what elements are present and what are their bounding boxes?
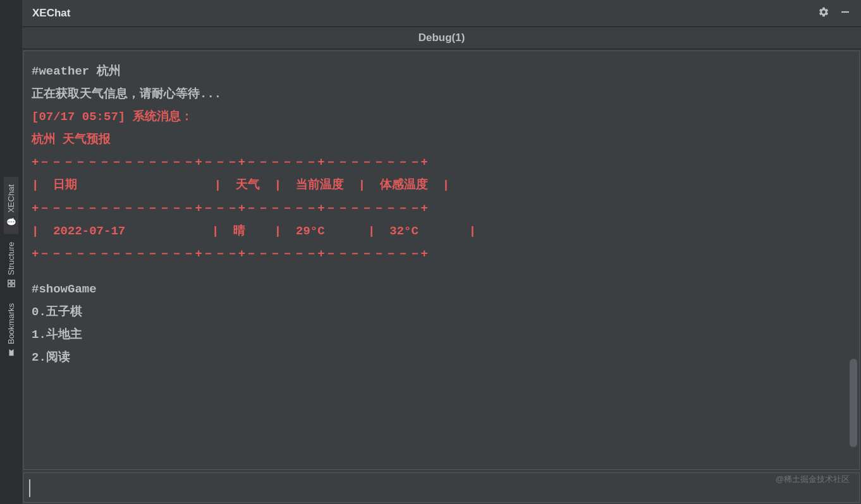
console-output[interactable]: #weather 杭州 正在获取天气信息，请耐心等待... [07/17 05:…: [23, 51, 860, 470]
titlebar-actions: [818, 6, 851, 20]
weather-table-border: +－－－－－－－－－－－－－+－－－+－－－－－－+－－－－－－－－+: [32, 197, 852, 220]
weather-table-header: | 日期 | 天气 | 当前温度 | 体感温度 |: [32, 174, 852, 196]
content-area: #weather 杭州 正在获取天气信息，请耐心等待... [07/17 05:…: [22, 49, 861, 504]
console-system-message: [07/17 05:57] 系统消息：: [32, 105, 852, 128]
svg-rect-3: [8, 280, 11, 282]
console-line: 2.阅读: [32, 346, 852, 369]
sidebar-tab-xechat[interactable]: 💬 XEChat: [4, 177, 18, 234]
weather-table-border: +－－－－－－－－－－－－－+－－－+－－－－－－+－－－－－－－－+: [32, 151, 852, 174]
sidebar-tab-label: Structure: [6, 242, 16, 275]
sidebar-tab-label: Bookmarks: [6, 303, 16, 344]
svg-rect-1: [8, 284, 11, 286]
structure-icon: [6, 279, 16, 288]
window-title: XEChat: [32, 7, 70, 20]
sidebar-tab-structure[interactable]: Structure: [4, 234, 18, 296]
console-line: 正在获取天气信息，请耐心等待...: [32, 83, 852, 105]
svg-rect-0: [12, 284, 15, 286]
console-input-wrap: [23, 472, 860, 503]
svg-rect-2: [12, 280, 15, 282]
sidebar-tab-bookmarks[interactable]: Bookmarks: [4, 296, 18, 364]
console-line: #showGame: [32, 278, 852, 301]
weather-table-row: | 2022-07-17 | 晴 | 29°C | 32°C |: [32, 220, 852, 243]
titlebar: XEChat: [22, 0, 861, 27]
bookmark-icon: [6, 348, 16, 357]
tab-label: Debug(1): [418, 32, 465, 44]
console-input[interactable]: [24, 473, 859, 502]
gear-icon[interactable]: [818, 6, 829, 20]
tab-debug[interactable]: Debug(1): [22, 27, 861, 49]
minimize-icon[interactable]: [840, 6, 851, 20]
console-forecast-title: 杭州 天气预报: [32, 128, 852, 151]
console-line: #weather 杭州: [32, 60, 852, 83]
main-panel: XEChat Debug(1) #weather 杭州 正在获取天气信息，请耐心…: [22, 0, 861, 504]
chat-icon: 💬: [6, 217, 16, 227]
text-cursor: [29, 479, 30, 497]
sidebar: 💬 XEChat Structure Bookmarks: [0, 0, 22, 504]
console-line: 1.斗地主: [32, 323, 852, 346]
console-line: 0.五子棋: [32, 301, 852, 323]
scrollbar-thumb[interactable]: [850, 359, 857, 447]
sidebar-tab-label: XEChat: [6, 184, 16, 213]
weather-table-border: +－－－－－－－－－－－－－+－－－+－－－－－－+－－－－－－－－+: [32, 243, 852, 265]
spacer: [32, 265, 852, 278]
